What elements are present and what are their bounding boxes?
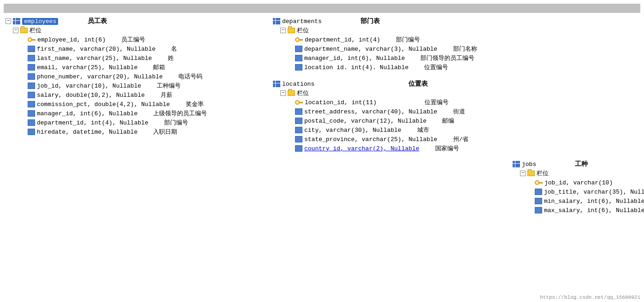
content-area: − employees 员工表 − 栏位 — [4, 15, 640, 217]
field-def-job_id: job_id, varchar(10), Nullable — [37, 83, 141, 89]
locations-columns-section: − 栏位 — [280, 89, 494, 153]
field-label-loc-country_id: 国家编号 — [435, 144, 459, 153]
field-label-loc-state_province: 州/省 — [453, 135, 469, 143]
field-def-job-job_id: job_id, varchar(10) — [544, 179, 613, 186]
field-row-salary: salary, double(10,2), Nullable 月薪 — [28, 90, 264, 100]
locations-header-row: locations 位置表 — [273, 79, 494, 89]
folder-icon-loc-cols — [288, 90, 295, 96]
field-label-manager_id: 上级领导的员工编号 — [153, 109, 207, 118]
field-def-loc-location_id: location_id, int(11) — [305, 99, 377, 106]
field-label-commission_pct: 奖金率 — [186, 100, 204, 108]
expand-icon-employees[interactable]: − — [6, 18, 11, 24]
col-icon-job-min_salary — [535, 198, 542, 204]
field-row-loc-street_address: street_address, varchar(40), Nullable 街道 — [295, 107, 494, 116]
jobs-columns-row: − 栏位 — [520, 169, 644, 178]
field-def-dept-department_name: department_name, varchar(3), Nullable — [304, 46, 437, 53]
employees-columns-section: − 栏位 employee_id, int(6) 员工编号 — [13, 26, 264, 136]
col-icon-manager_id — [28, 110, 35, 117]
field-def-loc-country_id[interactable]: country_id, varchar(2), Nullable — [304, 145, 419, 152]
field-row-first_name: first_name, varchar(20), Nullable 名 — [28, 44, 264, 53]
col-icon-phone_number — [28, 73, 35, 80]
field-label-dept-department_name: 部门名称 — [453, 45, 477, 53]
col-icon-dept-location_id — [295, 64, 302, 71]
field-label-hiredate: 入职日期 — [153, 128, 177, 136]
departments-fields: department_id, int(4) 部门编号 department_na… — [295, 35, 494, 72]
col-icon-email — [28, 64, 35, 71]
field-row-dept-location_id: location id. int(4). Nullable 位置编号 — [295, 63, 494, 72]
field-label-email: 邮箱 — [153, 63, 165, 71]
field-label-loc-location_id: 位置编号 — [425, 98, 449, 107]
field-row-job-max_salary: max_salary, int(6), Nullable 最高工资 — [535, 206, 644, 215]
field-row-employee_id: employee_id, int(6) 员工编号 — [28, 35, 264, 44]
departments-columns-label: 栏位 — [297, 26, 309, 35]
expand-icon-jobs-cols[interactable]: − — [520, 171, 526, 176]
field-def-manager_id: manager_id, int(6), Nullable — [37, 110, 137, 117]
field-label-dept-location_id: 位置编号 — [424, 63, 448, 71]
locations-fields: location_id, int(11) 位置编号 street_address… — [295, 98, 494, 153]
col-icon-dept-department_name — [295, 46, 302, 52]
field-label-employee_id: 员工编号 — [121, 36, 145, 44]
field-def-email: email, varchar(25), Nullable — [37, 64, 137, 71]
col-icon-dept-manager_id — [295, 55, 302, 61]
key-icon-loc-id — [295, 100, 303, 105]
field-label-dept-manager_id: 部门领导的员工编号 — [420, 54, 474, 62]
locations-columns-row: − 栏位 — [280, 89, 494, 98]
table-icon-locations — [273, 81, 280, 87]
left-panel: − employees 员工表 − 栏位 — [6, 17, 264, 215]
field-label-department_id: 部门编号 — [164, 118, 188, 127]
field-def-salary: salary, double(10,2), Nullable — [37, 92, 145, 99]
col-icon-salary — [28, 92, 35, 98]
field-label-dept-department_id: 部门编号 — [396, 36, 420, 44]
field-def-loc-street_address: street_address, varchar(40), Nullable — [304, 108, 437, 115]
field-def-dept-location_id: location id. int(4). Nullable — [304, 64, 408, 71]
field-def-department_id: department_id, int(4), Nullable — [37, 119, 148, 126]
expand-icon-employees-cols[interactable]: − — [13, 28, 18, 33]
locations-section: locations 位置表 − 栏位 — [273, 79, 494, 153]
field-def-dept-department_id: department_id, int(4) — [305, 36, 380, 43]
col-icon-loc-city — [295, 127, 302, 133]
field-def-loc-state_province: state_province, varchar(25), Nullable — [304, 136, 437, 143]
employees-columns-row: − 栏位 — [13, 26, 264, 35]
field-def-loc-postal_code: postal_code, varchar(12), Nullable — [304, 118, 426, 124]
expand-icon-dept-cols[interactable]: − — [280, 28, 286, 33]
jobs-title: 工种 — [575, 160, 588, 168]
folder-icon-employees-cols — [20, 28, 28, 33]
col-icon-loc-country_id — [295, 145, 302, 152]
folder-icon-jobs-cols — [527, 171, 535, 176]
locations-node[interactable]: locations — [282, 81, 314, 88]
key-icon-dept-id — [295, 37, 303, 42]
col-icon-job-max_salary — [535, 207, 542, 213]
right-top-row: departments 部门表 − 栏位 — [273, 17, 644, 215]
top-bar — [4, 4, 640, 13]
jobs-node[interactable]: jobs — [522, 161, 536, 168]
field-label-job_id: 工种编号 — [157, 82, 181, 90]
col-icon-loc-street_address — [295, 108, 302, 115]
departments-header-row: departments 部门表 — [273, 17, 494, 26]
field-def-employee_id: employee_id, int(6) — [37, 36, 106, 43]
col-icon-job-job_title — [535, 189, 542, 195]
field-row-last_name: last_name, varchar(25), Nullable 姓 — [28, 53, 264, 63]
col-icon-loc-state_province — [295, 136, 302, 142]
col-icon-hiredate — [28, 129, 35, 135]
field-def-phone_number: phone_number, varchar(20), Nullable — [37, 73, 163, 80]
jobs-columns-section: − 栏位 job_id, varchar(10) — [520, 169, 644, 215]
field-row-commission_pct: commission_pct, double(4,2), Nullable 奖金… — [28, 100, 264, 109]
field-row-loc-city: city, varchar(30), Nullable 城市 — [295, 125, 494, 135]
departments-node[interactable]: departments — [282, 18, 322, 25]
field-label-last_name: 姓 — [168, 54, 174, 62]
employees-node[interactable]: employees — [22, 18, 58, 25]
col-icon-last_name — [28, 55, 35, 61]
key-icon-job-id — [535, 180, 543, 185]
field-label-loc-postal_code: 邮编 — [442, 117, 454, 125]
field-def-hiredate: hiredate, datetime, Nullable — [37, 129, 137, 136]
field-row-department_id: department_id, int(4), Nullable 部门编号 — [28, 118, 264, 127]
col-icon-loc-postal_code — [295, 118, 302, 124]
field-row-loc-postal_code: postal_code, varchar(12), Nullable 邮编 — [295, 116, 494, 125]
field-row-dept-department_name: department_name, varchar(3), Nullable 部门… — [295, 44, 494, 53]
expand-icon-loc-cols[interactable]: − — [280, 90, 286, 96]
departments-columns-row: − 栏位 — [280, 26, 494, 35]
field-def-commission_pct: commission_pct, double(4,2), Nullable — [37, 101, 170, 108]
field-label-loc-city: 城市 — [417, 126, 429, 134]
field-row-dept-department_id: department_id, int(4) 部门编号 — [295, 35, 494, 44]
col-icon-first_name — [28, 46, 35, 52]
